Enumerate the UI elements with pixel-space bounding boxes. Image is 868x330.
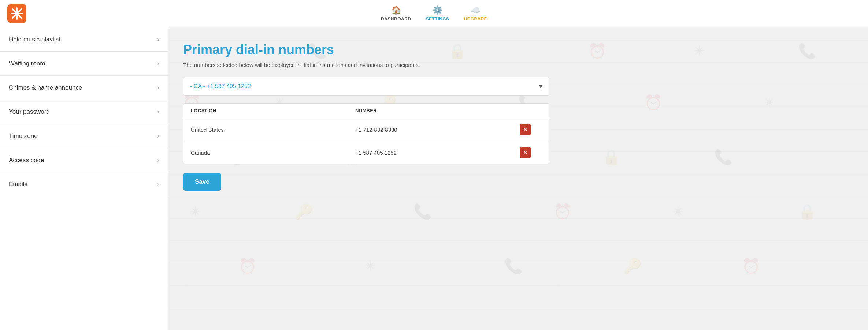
content-inner: Primary dial-in numbers The numbers sele… <box>183 42 549 191</box>
table-header: LOCATION NUMBER <box>183 104 549 118</box>
row-location-0: United States <box>191 127 355 133</box>
table-row: Canada +1 587 405 1252 ✕ <box>183 141 549 164</box>
save-button[interactable]: Save <box>183 173 221 191</box>
chevron-down-icon: ▾ <box>539 82 542 90</box>
nav-settings[interactable]: ⚙️ SETTINGS <box>426 5 449 22</box>
row-number-0: +1 712-832-8330 <box>355 127 520 133</box>
main-nav: 🏠 DASHBOARD ⚙️ SETTINGS ☁️ UPGRADE <box>381 5 487 22</box>
sidebar-timezone-label: Time zone <box>9 132 38 140</box>
nav-dashboard-label: DASHBOARD <box>381 16 411 22</box>
app-logo <box>7 4 26 23</box>
upgrade-icon: ☁️ <box>471 5 481 15</box>
row-location-1: Canada <box>191 150 355 156</box>
sidebar-access-code-label: Access code <box>9 157 44 164</box>
sidebar-item-chimes[interactable]: Chimes & name announce › <box>0 76 168 100</box>
chevron-right-icon: › <box>157 180 159 188</box>
sidebar-item-waiting-room[interactable]: Waiting room › <box>0 52 168 76</box>
sidebar-waiting-room-label: Waiting room <box>9 60 45 67</box>
nav-dashboard[interactable]: 🏠 DASHBOARD <box>381 5 411 22</box>
sidebar-hold-music-label: Hold music playlist <box>9 36 60 43</box>
page-title: Primary dial-in numbers <box>183 42 549 57</box>
chevron-right-icon: › <box>157 60 159 67</box>
col-number-header: NUMBER <box>355 108 520 113</box>
chevron-right-icon: › <box>157 84 159 91</box>
nav-upgrade-label: UPGRADE <box>464 16 487 22</box>
numbers-table: LOCATION NUMBER United States +1 712-832… <box>183 103 549 164</box>
chevron-right-icon: › <box>157 132 159 140</box>
sidebar-item-hold-music[interactable]: Hold music playlist › <box>0 27 168 52</box>
sidebar-item-emails[interactable]: Emails › <box>0 172 168 196</box>
content-area: ✴ 📞 🔒 ⏰ ✴ 📞 ⏰ ✴ 🔑 📞 ⏰ ✴ 📞 ⏰ ✴ 🔒 📞 ✴ 🔑 📞 … <box>168 27 868 330</box>
main-layout: Hold music playlist › Waiting room › Chi… <box>0 27 868 330</box>
col-location-header: LOCATION <box>191 108 355 113</box>
sidebar-chimes-label: Chimes & name announce <box>9 84 82 91</box>
nav-upgrade[interactable]: ☁️ UPGRADE <box>464 5 487 22</box>
chevron-right-icon: › <box>157 35 159 43</box>
row-number-1: +1 587 405 1252 <box>355 150 520 156</box>
sidebar-emails-label: Emails <box>9 181 27 188</box>
table-row: United States +1 712-832-8330 ✕ <box>183 118 549 141</box>
remove-row-1-button[interactable]: ✕ <box>520 147 531 158</box>
settings-icon: ⚙️ <box>433 5 442 15</box>
dropdown-selected-value: - CA - +1 587 405 1252 <box>190 83 251 90</box>
sidebar: Hold music playlist › Waiting room › Chi… <box>0 27 168 330</box>
sidebar-item-your-password[interactable]: Your password › <box>0 100 168 124</box>
nav-settings-label: SETTINGS <box>426 16 449 22</box>
chevron-right-icon: › <box>157 108 159 116</box>
chevron-right-icon: › <box>157 156 159 164</box>
home-icon: 🏠 <box>391 5 401 15</box>
sidebar-item-time-zone[interactable]: Time zone › <box>0 124 168 148</box>
page-description: The numbers selected below will be displ… <box>183 62 549 68</box>
sidebar-password-label: Your password <box>9 108 50 116</box>
remove-row-0-button[interactable]: ✕ <box>520 124 531 135</box>
sidebar-item-access-code[interactable]: Access code › <box>0 148 168 172</box>
logo-icon <box>11 7 23 20</box>
dial-in-dropdown[interactable]: - CA - +1 587 405 1252 ▾ <box>183 77 549 96</box>
header: 🏠 DASHBOARD ⚙️ SETTINGS ☁️ UPGRADE <box>0 0 868 27</box>
